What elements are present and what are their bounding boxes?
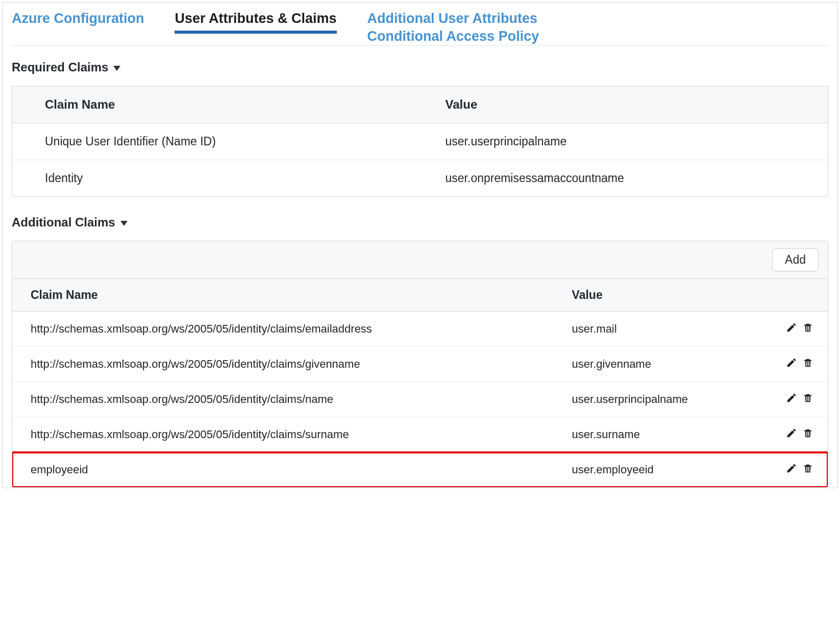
tab-bar: Azure Configuration User Attributes & Cl… xyxy=(12,9,828,46)
tab-conditional-access-policy[interactable]: Conditional Access Policy xyxy=(367,27,539,44)
claim-value-cell: user.mail xyxy=(554,312,762,347)
column-header-claim-name: Claim Name xyxy=(12,86,413,123)
claim-value-cell: user.userprincipalname xyxy=(413,123,828,160)
add-claim-button[interactable]: Add xyxy=(772,248,819,271)
additional-claims-toolbar: Add xyxy=(12,241,828,279)
table-row: Unique User Identifier (Name ID)user.use… xyxy=(12,123,828,160)
row-actions xyxy=(762,452,828,488)
claim-name-cell: http://schemas.xmlsoap.org/ws/2005/05/id… xyxy=(12,417,554,452)
column-header-actions xyxy=(762,279,828,312)
claim-value-cell: user.surname xyxy=(554,417,762,452)
required-claims-label: Required Claims xyxy=(12,60,108,74)
claim-value-cell: user.givenname xyxy=(554,347,762,382)
delete-icon[interactable] xyxy=(802,427,813,439)
additional-claims-toggle[interactable]: Additional Claims xyxy=(12,215,828,230)
delete-icon[interactable] xyxy=(802,322,813,333)
edit-icon[interactable] xyxy=(786,392,797,403)
claim-value-cell: user.userprincipalname xyxy=(554,382,762,417)
edit-icon[interactable] xyxy=(786,322,797,333)
tab-user-attributes-claims[interactable]: User Attributes & Claims xyxy=(175,9,336,34)
table-row: http://schemas.xmlsoap.org/ws/2005/05/id… xyxy=(12,312,828,347)
claim-value-cell: user.onpremisessamaccountname xyxy=(413,160,828,197)
row-actions xyxy=(762,382,828,417)
required-claims-table: Claim Name Value Unique User Identifier … xyxy=(12,86,828,197)
claim-name-cell: employeeid xyxy=(12,452,554,488)
claim-value-cell: user.employeeid xyxy=(554,452,762,488)
table-row: employeeiduser.employeeid xyxy=(12,452,828,488)
claim-name-cell: http://schemas.xmlsoap.org/ws/2005/05/id… xyxy=(12,312,554,347)
additional-claims-table: Claim Name Value http://schemas.xmlsoap.… xyxy=(12,279,828,487)
claim-name-cell: http://schemas.xmlsoap.org/ws/2005/05/id… xyxy=(12,382,554,417)
tab-azure-configuration[interactable]: Azure Configuration xyxy=(12,9,144,31)
column-header-value: Value xyxy=(554,279,762,312)
tab-additional-user-attributes[interactable]: Additional User Attributes xyxy=(367,9,539,27)
delete-icon[interactable] xyxy=(802,392,813,403)
table-row: http://schemas.xmlsoap.org/ws/2005/05/id… xyxy=(12,347,828,382)
claim-name-cell: Identity xyxy=(12,160,413,197)
table-row: http://schemas.xmlsoap.org/ws/2005/05/id… xyxy=(12,382,828,417)
column-header-claim-name: Claim Name xyxy=(12,279,554,312)
additional-claims-panel: Add Claim Name Value http://schemas.xmls… xyxy=(12,241,828,488)
table-row: Identityuser.onpremisessamaccountname xyxy=(12,160,828,197)
edit-icon[interactable] xyxy=(786,357,797,368)
chevron-down-icon xyxy=(120,221,128,226)
claim-name-cell: Unique User Identifier (Name ID) xyxy=(12,123,413,160)
claim-name-cell: http://schemas.xmlsoap.org/ws/2005/05/id… xyxy=(12,347,554,382)
column-header-value: Value xyxy=(413,86,828,123)
row-actions xyxy=(762,347,828,382)
edit-icon[interactable] xyxy=(786,463,797,474)
edit-icon[interactable] xyxy=(786,427,797,439)
required-claims-toggle[interactable]: Required Claims xyxy=(12,60,828,74)
delete-icon[interactable] xyxy=(802,357,813,368)
chevron-down-icon xyxy=(113,66,120,71)
table-row: http://schemas.xmlsoap.org/ws/2005/05/id… xyxy=(12,417,828,452)
delete-icon[interactable] xyxy=(802,463,813,474)
additional-claims-label: Additional Claims xyxy=(12,215,115,230)
row-actions xyxy=(762,312,828,347)
row-actions xyxy=(762,417,828,452)
config-panel: Azure Configuration User Attributes & Cl… xyxy=(2,2,838,488)
